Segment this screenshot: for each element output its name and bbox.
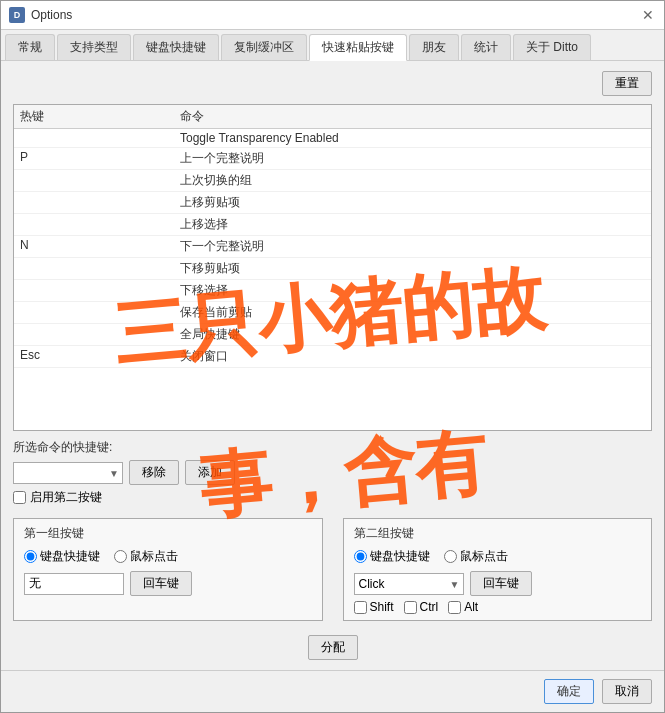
tab-keyboard[interactable]: 键盘快捷键 <box>133 34 219 60</box>
cell-cmd: 关闭窗口 <box>180 348 645 365</box>
hotkey-table: 热键 命令 Toggle Transparency Enabled P 上一个完… <box>13 104 652 431</box>
cell-cmd: 下移选择 <box>180 282 645 299</box>
footer: 确定 取消 <box>1 670 664 712</box>
table-row[interactable]: 上移选择 <box>14 214 651 236</box>
cell-hotkey <box>20 216 180 233</box>
table-body[interactable]: Toggle Transparency Enabled P 上一个完整说明 上次… <box>14 129 651 430</box>
group1-radio-mouse[interactable] <box>114 550 127 563</box>
assign-button[interactable]: 分配 <box>308 635 358 660</box>
cancel-button[interactable]: 取消 <box>602 679 652 704</box>
group2-select-wrapper: Click Double Click Middle Click Right Cl… <box>354 573 464 595</box>
group2-enter-button[interactable]: 回车键 <box>470 571 532 596</box>
group1-enter-button[interactable]: 回车键 <box>130 571 192 596</box>
app-icon: D <box>9 7 25 23</box>
cell-cmd: 保存当前剪贴 <box>180 304 645 321</box>
table-row[interactable]: P 上一个完整说明 <box>14 148 651 170</box>
cell-cmd: 上一个完整说明 <box>180 150 645 167</box>
table-row[interactable]: 上次切换的组 <box>14 170 651 192</box>
cell-cmd: 上移剪贴项 <box>180 194 645 211</box>
table-header: 热键 命令 <box>14 105 651 129</box>
cell-hotkey: P <box>20 150 180 167</box>
group1-box: 第一组按键 键盘快捷键 鼠标点击 回车键 <box>13 518 323 621</box>
group2-checkbox-row: Shift Ctrl Alt <box>354 600 642 614</box>
cell-hotkey: N <box>20 238 180 255</box>
tab-stats[interactable]: 统计 <box>461 34 511 60</box>
title-bar: D Options ✕ <box>1 1 664 30</box>
tab-quickpaste[interactable]: 快速粘贴按键 <box>309 34 407 61</box>
group1-radio-row: 键盘快捷键 鼠标点击 <box>24 548 312 565</box>
table-row[interactable]: 下移剪贴项 <box>14 258 651 280</box>
table-row[interactable]: 全局快捷键 <box>14 324 651 346</box>
table-row[interactable]: 上移剪贴项 <box>14 192 651 214</box>
group1-radio-mouse-text: 鼠标点击 <box>130 548 178 565</box>
group1-title: 第一组按键 <box>24 525 312 542</box>
group2-shift-text: Shift <box>370 600 394 614</box>
options-window: D Options ✕ 常规 支持类型 键盘快捷键 复制缓冲区 快速粘贴按键 朋… <box>0 0 665 713</box>
group2-alt-checkbox[interactable] <box>448 601 461 614</box>
enable-second-label[interactable]: 启用第二按键 <box>30 489 102 506</box>
group2-radio-row: 键盘快捷键 鼠标点击 <box>354 548 642 565</box>
group2-radio-mouse-text: 鼠标点击 <box>460 548 508 565</box>
cell-cmd: 全局快捷键 <box>180 326 645 343</box>
group1-radio-keyboard[interactable] <box>24 550 37 563</box>
group1-input-row: 回车键 <box>24 571 312 596</box>
window-title: Options <box>31 8 72 22</box>
shortcut-row: ▼ 移除 添加 <box>13 460 652 485</box>
shortcut-label: 所选命令的快捷键: <box>13 439 652 456</box>
assign-row: 分配 <box>13 635 652 660</box>
tab-friends[interactable]: 朋友 <box>409 34 459 60</box>
group2-ctrl-label[interactable]: Ctrl <box>404 600 439 614</box>
shortcut-select[interactable] <box>13 462 123 484</box>
group1-radio-keyboard-label[interactable]: 键盘快捷键 <box>24 548 100 565</box>
table-row[interactable]: N 下一个完整说明 <box>14 236 651 258</box>
group2-click-select[interactable]: Click Double Click Middle Click Right Cl… <box>354 573 464 595</box>
group1-radio-mouse-label[interactable]: 鼠标点击 <box>114 548 178 565</box>
cell-cmd: Toggle Transparency Enabled <box>180 131 645 145</box>
header-hotkey: 热键 <box>20 108 180 125</box>
tab-general[interactable]: 常规 <box>5 34 55 60</box>
group2-shift-label[interactable]: Shift <box>354 600 394 614</box>
cell-hotkey <box>20 131 180 145</box>
table-row[interactable]: Toggle Transparency Enabled <box>14 129 651 148</box>
group2-alt-label[interactable]: Alt <box>448 600 478 614</box>
tab-bar: 常规 支持类型 键盘快捷键 复制缓冲区 快速粘贴按键 朋友 统计 关于 Ditt… <box>1 30 664 61</box>
cell-cmd: 上次切换的组 <box>180 172 645 189</box>
main-content: 重置 热键 命令 Toggle Transparency Enabled P 上… <box>1 61 664 670</box>
remove-button[interactable]: 移除 <box>129 460 179 485</box>
header-cmd: 命令 <box>180 108 645 125</box>
table-row[interactable]: 下移选择 <box>14 280 651 302</box>
enable-second-checkbox[interactable] <box>13 491 26 504</box>
group2-radio-mouse[interactable] <box>444 550 457 563</box>
cell-hotkey <box>20 194 180 211</box>
group2-ctrl-text: Ctrl <box>420 600 439 614</box>
group2-alt-text: Alt <box>464 600 478 614</box>
group2-input-row: Click Double Click Middle Click Right Cl… <box>354 571 642 596</box>
table-row[interactable]: Esc 关闭窗口 <box>14 346 651 368</box>
cell-cmd: 下移剪贴项 <box>180 260 645 277</box>
tab-about[interactable]: 关于 Ditto <box>513 34 591 60</box>
group2-radio-keyboard[interactable] <box>354 550 367 563</box>
cell-hotkey <box>20 304 180 321</box>
group2-title: 第二组按键 <box>354 525 642 542</box>
group1-text-input[interactable] <box>24 573 124 595</box>
add-button[interactable]: 添加 <box>185 460 235 485</box>
cell-hotkey <box>20 260 180 277</box>
table-row[interactable]: 保存当前剪贴 <box>14 302 651 324</box>
confirm-button[interactable]: 确定 <box>544 679 594 704</box>
reset-button[interactable]: 重置 <box>602 71 652 96</box>
cell-cmd: 上移选择 <box>180 216 645 233</box>
tab-support[interactable]: 支持类型 <box>57 34 131 60</box>
shortcut-section: 所选命令的快捷键: ▼ 移除 添加 启用第二按键 <box>13 439 652 510</box>
group2-shift-checkbox[interactable] <box>354 601 367 614</box>
group2-radio-keyboard-label[interactable]: 键盘快捷键 <box>354 548 430 565</box>
shortcut-select-wrapper: ▼ <box>13 462 123 484</box>
two-groups: 第一组按键 键盘快捷键 鼠标点击 回车键 <box>13 518 652 621</box>
group2-radio-mouse-label[interactable]: 鼠标点击 <box>444 548 508 565</box>
group2-ctrl-checkbox[interactable] <box>404 601 417 614</box>
tab-clipboard[interactable]: 复制缓冲区 <box>221 34 307 60</box>
group1-radio-keyboard-text: 键盘快捷键 <box>40 548 100 565</box>
cell-hotkey <box>20 282 180 299</box>
enable-second-row: 启用第二按键 <box>13 489 652 506</box>
cell-hotkey <box>20 326 180 343</box>
close-button[interactable]: ✕ <box>640 7 656 23</box>
